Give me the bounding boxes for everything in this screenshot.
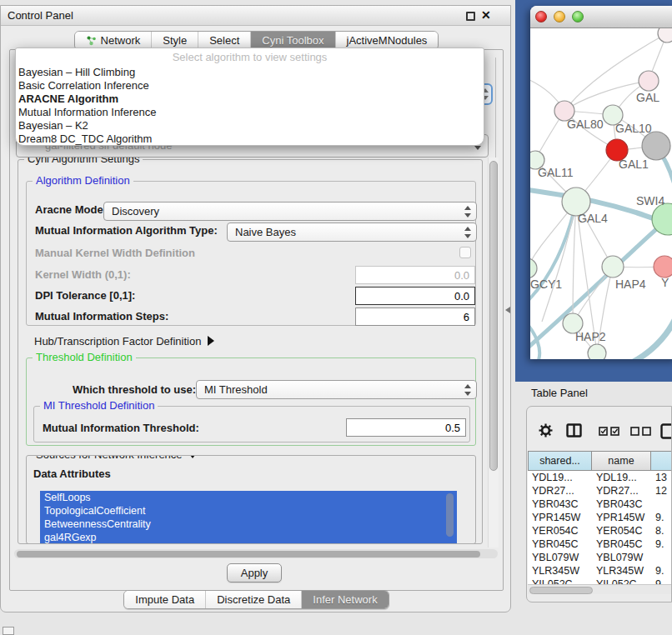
table-row[interactable]: YDR27...YDR27...12 bbox=[528, 484, 672, 498]
node-label: GCY1 bbox=[530, 278, 562, 291]
mi-algorithm-type-combobox[interactable]: Naive Bayes bbox=[227, 222, 477, 242]
kernel-width-input[interactable] bbox=[355, 266, 475, 284]
table-hscrollbar-thumb[interactable] bbox=[529, 587, 593, 594]
tab-network[interactable]: Network bbox=[75, 32, 153, 49]
corner-mini-icon[interactable] bbox=[3, 627, 14, 635]
control-panel-window: Control Panel ✕ Network Style Select Cyn… bbox=[0, 5, 511, 612]
sources-group: Sources for Network Inference Data Attri… bbox=[26, 455, 476, 544]
table-panel: shared... name YDL19...YDL19...13 YDR27.… bbox=[526, 406, 672, 602]
column-header-shared[interactable]: shared... bbox=[528, 451, 592, 471]
network-node-y-clipped[interactable] bbox=[654, 256, 672, 278]
close-icon[interactable]: ✕ bbox=[481, 8, 491, 22]
column-header-clipped[interactable] bbox=[651, 451, 672, 471]
tab-discretize-data[interactable]: Discretize Data bbox=[206, 591, 302, 608]
hub-definition-label: Hub/Transcription Factor Definition bbox=[34, 335, 201, 348]
vscrollbar-thumb[interactable] bbox=[489, 161, 498, 471]
table-row[interactable]: YPR145WYPR145W9. bbox=[528, 511, 672, 524]
close-traffic-light[interactable] bbox=[535, 11, 547, 22]
network-node-gcy1[interactable] bbox=[530, 258, 537, 278]
network-node-unlabeled-gray[interactable] bbox=[642, 132, 670, 160]
network-window-titlebar bbox=[530, 6, 672, 28]
list-item-selfloops[interactable]: SelfLoops bbox=[40, 491, 457, 504]
network-node-hap4[interactable] bbox=[602, 256, 624, 278]
network-icon bbox=[86, 35, 97, 46]
tab-impute-data[interactable]: Impute Data bbox=[124, 591, 206, 608]
node-label: HAP2 bbox=[575, 330, 606, 343]
manual-kernel-width-checkbox[interactable] bbox=[459, 247, 471, 258]
aracne-mode-combobox[interactable]: Discovery bbox=[103, 202, 477, 221]
network-graph: GAL GAL80 GAL10 GAL1 GAL11 SWI4 GAL4 GCY… bbox=[530, 28, 672, 359]
mi-threshold-label: Mutual Information Threshold: bbox=[43, 422, 199, 434]
table-row[interactable]: YBR043CYBR043C bbox=[528, 498, 672, 511]
popup-item-bayesian-k2[interactable]: Bayesian – K2 bbox=[16, 119, 484, 132]
settings-horizontal-scrollbar[interactable] bbox=[14, 549, 498, 558]
node-label: GAL bbox=[636, 91, 659, 104]
tab-network-label: Network bbox=[101, 32, 141, 49]
zoom-traffic-light[interactable] bbox=[572, 11, 584, 22]
table-panel-title: Table Panel bbox=[531, 387, 588, 399]
mi-threshold-input[interactable] bbox=[346, 418, 466, 437]
table-header-row: shared... name bbox=[528, 451, 672, 471]
mi-steps-input[interactable] bbox=[355, 308, 475, 326]
data-attributes-list[interactable]: SelfLoops TopologicalCoefficient Between… bbox=[40, 491, 457, 544]
network-node-unlabeled-bottom[interactable] bbox=[588, 344, 606, 359]
table-row[interactable]: YIL052CYIL052C9 bbox=[528, 578, 672, 584]
tab-cyni-toolbox[interactable]: Cyni Toolbox bbox=[251, 32, 335, 49]
mi-threshold-definition-legend: MI Threshold Definition bbox=[40, 399, 158, 412]
algorithm-select-popup: Select algorithm to view settings Bayesi… bbox=[15, 48, 484, 146]
popup-item-aracne[interactable]: ARACNE Algorithm bbox=[16, 92, 484, 106]
float-window-icon[interactable] bbox=[466, 12, 475, 21]
popup-item-dream8[interactable]: Dream8 DC_TDC Algorithm bbox=[16, 132, 484, 146]
apply-button[interactable]: Apply bbox=[227, 563, 282, 582]
list-item-betweennesscentrality[interactable]: BetweennessCentrality bbox=[40, 518, 457, 531]
node-label: GAL4 bbox=[578, 212, 608, 225]
table-row[interactable]: YBL079WYBL079W bbox=[528, 551, 672, 564]
table-row[interactable]: YDL19...YDL19...13 bbox=[528, 471, 672, 484]
gear-icon[interactable] bbox=[539, 423, 553, 438]
tab-select[interactable]: Select bbox=[198, 32, 251, 49]
kernel-width-label: Kernel Width (0,1): bbox=[35, 268, 131, 281]
algorithm-popup-placeholder: Select algorithm to view settings bbox=[16, 48, 484, 66]
dpi-tolerance-input[interactable] bbox=[355, 287, 475, 305]
popup-item-bayesian-hill-climbing[interactable]: Bayesian – Hill Climbing bbox=[16, 66, 484, 79]
table-horizontal-scrollbar[interactable] bbox=[528, 584, 672, 594]
table-body[interactable]: YDL19...YDL19...13 YDR27...YDR27...12 YB… bbox=[528, 471, 672, 584]
node-label: GAL1 bbox=[619, 158, 649, 171]
split-columns-icon[interactable] bbox=[566, 423, 582, 438]
popup-item-basic-correlation[interactable]: Basic Correlation Inference bbox=[16, 79, 484, 92]
hub-definition-expander[interactable]: Hub/Transcription Factor Definition bbox=[34, 335, 214, 348]
document-icon[interactable] bbox=[660, 423, 672, 439]
tab-style[interactable]: Style bbox=[152, 32, 198, 49]
aracne-mode-label: Aracne Mode: bbox=[35, 203, 107, 216]
threshold-definition-group: Threshold Definition Which threshold to … bbox=[26, 358, 476, 446]
bottom-tabbar: Impute Data Discretize Data Infer Networ… bbox=[1, 590, 512, 609]
node-label: Y bbox=[661, 276, 669, 289]
tab-jactivemnodules[interactable]: jActiveMNodules bbox=[336, 32, 439, 49]
table-row[interactable]: YLR345WYLR345W9. bbox=[528, 564, 672, 578]
list-item-topologicalcoefficient[interactable]: TopologicalCoefficient bbox=[40, 504, 457, 518]
network-canvas[interactable]: GAL GAL80 GAL10 GAL1 GAL11 SWI4 GAL4 GCY… bbox=[530, 28, 672, 359]
list-vertical-scrollbar[interactable] bbox=[446, 493, 454, 537]
settings-vertical-scrollbar[interactable] bbox=[488, 158, 499, 548]
node-label: GAL11 bbox=[538, 166, 574, 179]
network-node-unlabeled-top[interactable] bbox=[658, 28, 672, 42]
stepper-arrows-icon bbox=[464, 227, 471, 238]
column-header-name[interactable]: name bbox=[592, 451, 651, 471]
unchecked-checkboxes-icon[interactable] bbox=[630, 427, 652, 436]
popup-item-mutual-information[interactable]: Mutual Information Inference bbox=[16, 106, 484, 119]
node-label: GAL80 bbox=[567, 118, 604, 131]
table-row[interactable]: YER054CYER054C8. bbox=[528, 524, 672, 538]
table-row[interactable]: YBR045CYBR045C9. bbox=[528, 538, 672, 551]
network-view-window: GAL GAL80 GAL10 GAL1 GAL11 SWI4 GAL4 GCY… bbox=[530, 6, 672, 359]
algorithm-definition-group: Algorithm Definition Aracne Mode: Discov… bbox=[26, 181, 476, 326]
network-node-gal-clipped[interactable] bbox=[639, 71, 659, 91]
tab-infer-network[interactable]: Infer Network bbox=[302, 591, 388, 608]
panel-splitter-arrow[interactable] bbox=[505, 307, 510, 313]
list-item-gal4rgexp[interactable]: gal4RGexp bbox=[40, 531, 457, 544]
minimize-traffic-light[interactable] bbox=[554, 11, 565, 22]
stepper-arrows-icon bbox=[464, 384, 471, 396]
checked-checkboxes-icon[interactable] bbox=[599, 427, 620, 436]
which-threshold-combobox[interactable]: MI Threshold bbox=[196, 380, 477, 399]
hscrollbar-thumb[interactable] bbox=[17, 551, 480, 558]
mi-algorithm-type-label: Mutual Information Algorithm Type: bbox=[35, 224, 218, 237]
